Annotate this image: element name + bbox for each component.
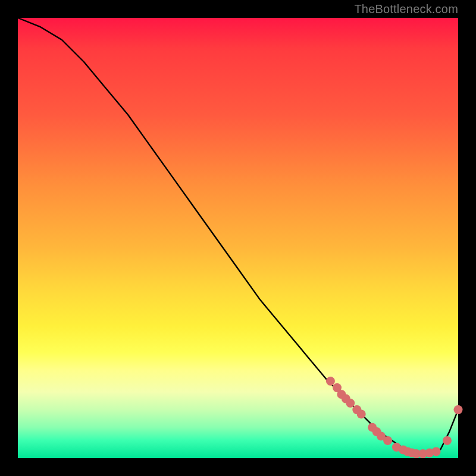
chart-container: TheBottleneck.com (0, 0, 476, 476)
watermark-text: TheBottleneck.com (354, 2, 458, 16)
curve-svg (18, 18, 458, 458)
data-marker (454, 405, 463, 414)
data-marker (357, 410, 366, 419)
data-marker (443, 436, 452, 445)
data-marker (432, 447, 441, 456)
data-marker (383, 436, 392, 445)
plot-area (18, 18, 458, 458)
bottleneck-curve (18, 18, 458, 454)
data-marker (346, 399, 355, 408)
data-marker (326, 377, 335, 386)
